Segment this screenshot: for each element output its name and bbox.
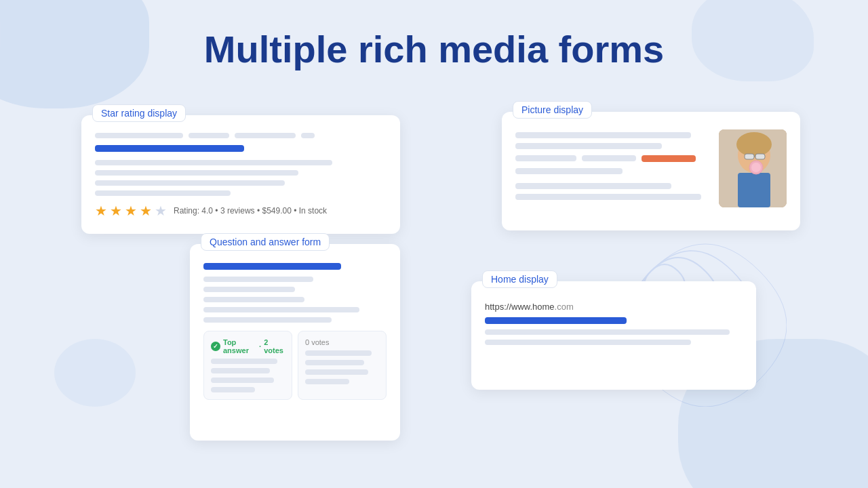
- skeleton-line-6: [95, 180, 285, 186]
- top-answer-text: Top answer: [223, 338, 256, 354]
- page-title: Multiple rich media forms: [0, 27, 868, 71]
- star-1: ★: [95, 203, 107, 219]
- other-answer-box: 0 votes: [298, 331, 387, 400]
- oa-line-1: [305, 350, 372, 356]
- picture-display-card: Picture display: [502, 112, 800, 230]
- oa-line-2: [305, 360, 364, 365]
- bg-decoration-bl: [54, 339, 136, 407]
- oa-line-4: [305, 379, 349, 384]
- qa-answers-area: ✓ Top answer · 2 votes 0 votes: [203, 331, 387, 400]
- pic-skeleton-3: [515, 155, 576, 161]
- pic-skeleton-6: [515, 183, 671, 189]
- qa-card: Question and answer form ✓ Top answer · …: [190, 244, 400, 441]
- pic-skeleton-4: [582, 155, 636, 161]
- qa-label: Question and answer form: [201, 233, 330, 251]
- check-circle-icon: ✓: [211, 342, 220, 351]
- star-rating-card: Star rating display ★ ★ ★ ★ ★ Rating: 4.…: [81, 115, 400, 234]
- home-line-2: [485, 340, 691, 345]
- star-3: ★: [125, 203, 137, 219]
- home-content: https://www.home.com: [485, 302, 743, 345]
- qa-line-1: [203, 277, 313, 282]
- pic-skeleton-2: [515, 143, 662, 149]
- skeleton-line-4: [95, 160, 332, 165]
- skeleton-blue-bar: [95, 145, 244, 152]
- skeleton-line-1: [95, 133, 183, 138]
- qa-line-5: [203, 317, 332, 323]
- skeleton-line-2: [189, 133, 229, 138]
- star-5: ★: [155, 203, 167, 219]
- skeleton-line-3: [235, 133, 296, 138]
- home-display-card: Home display https://www.home.com: [471, 281, 756, 390]
- ta-line-4: [211, 387, 255, 392]
- picture-text-column: [515, 129, 711, 207]
- svg-point-9: [751, 163, 761, 172]
- picture-display-label: Picture display: [513, 101, 592, 119]
- home-display-label: Home display: [482, 270, 557, 288]
- star-rating-label: Star rating display: [92, 104, 186, 122]
- top-answer-votes: 2 votes: [264, 338, 285, 354]
- pic-skeleton-row: [515, 155, 711, 162]
- skeleton-dropdown: [301, 133, 315, 138]
- qa-line-3: [203, 297, 304, 302]
- pic-skeleton-5: [515, 168, 623, 174]
- picture-content-area: [515, 129, 787, 207]
- star-4: ★: [140, 203, 152, 219]
- skeleton-line-7: [95, 190, 231, 196]
- rating-meta-text: Rating: 4.0 • 3 reviews • $549.00 • In s…: [174, 206, 327, 216]
- ta-line-3: [211, 378, 274, 383]
- svg-rect-5: [745, 154, 754, 159]
- qa-blue-bar: [203, 263, 341, 270]
- ta-line-2: [211, 368, 270, 373]
- home-url-suffix: .com: [555, 302, 574, 312]
- qa-line-2: [203, 287, 295, 292]
- top-answer-dot: ·: [259, 342, 261, 350]
- skeleton-line-5: [95, 170, 298, 176]
- svg-rect-4: [738, 173, 770, 207]
- home-line-1: [485, 329, 730, 335]
- qa-content: ✓ Top answer · 2 votes 0 votes: [203, 263, 387, 400]
- qa-line-4: [203, 307, 359, 312]
- home-blue-bar: [485, 317, 627, 324]
- svg-rect-6: [755, 154, 765, 159]
- ta-line-1: [211, 359, 277, 364]
- other-votes-text: 0 votes: [305, 338, 379, 346]
- top-answer-box: ✓ Top answer · 2 votes: [203, 331, 292, 400]
- pic-skeleton-1: [515, 132, 691, 138]
- home-url-text: https://www.home.com: [485, 302, 743, 312]
- product-image: [719, 129, 787, 207]
- oa-line-3: [305, 369, 368, 375]
- star-2: ★: [110, 203, 122, 219]
- svg-point-3: [736, 132, 772, 157]
- star-rating-row: ★ ★ ★ ★ ★ Rating: 4.0 • 3 reviews • $549…: [95, 203, 387, 219]
- skeleton-top-row: [95, 133, 387, 138]
- top-answer-badge: ✓ Top answer · 2 votes: [211, 338, 285, 354]
- pic-skeleton-7: [515, 194, 701, 200]
- pic-orange-bar: [642, 155, 696, 162]
